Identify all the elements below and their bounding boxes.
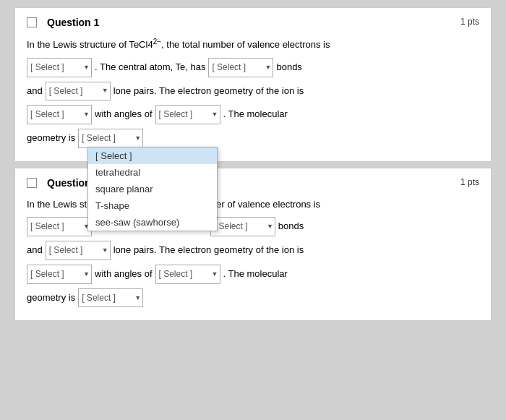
select-lone-pairs-q2[interactable]: [ Select ] ▼ — [46, 241, 111, 260]
select-angles-q2[interactable]: [ Select ] ▼ — [155, 265, 220, 284]
question-1-card: Question 1 1 pts In the Lewis structure … — [14, 7, 492, 162]
question-1-row2: and [ Select ] ▼ lone pairs. The electro… — [27, 82, 479, 101]
question-1-row1: [ Select ] ▼ . The central atom, Te, has… — [27, 58, 479, 77]
question-1-text: In the Lewis structure of TeCl42−, the t… — [27, 35, 479, 53]
dropdown-item-t-shape[interactable]: T-shape — [88, 197, 217, 214]
select-angles-q1[interactable]: [ Select ] ▼ — [155, 105, 220, 124]
select-geometry-q1[interactable]: [ Select ] ▼ — [78, 129, 143, 148]
question-2-title: Question — [47, 177, 91, 189]
dropdown-item-see-saw[interactable]: see-saw (sawhorse) — [88, 214, 217, 231]
select-eg-q1[interactable]: [ Select ] ▼ — [27, 105, 92, 124]
select-geometry-q2[interactable]: [ Select ] ▼ — [78, 288, 143, 308]
question-1-row4: geometry is [ Select ] ▼ — [27, 129, 479, 148]
question-1-header: Question 1 1 pts — [27, 17, 479, 28]
dropdown-item-tetrahedral[interactable]: tetrahedral — [88, 164, 217, 181]
question-2-pts: 1 pts — [460, 177, 479, 187]
select-eg-q2[interactable]: [ Select ] ▼ — [27, 265, 92, 284]
question-1-pts: 1 pts — [460, 17, 479, 27]
select-bonds-q1[interactable]: [ Select ] ▼ — [208, 58, 273, 77]
question-1-title: Question 1 — [47, 17, 99, 28]
question-2-row2: and [ Select ] ▼ lone pairs. The electro… — [27, 241, 479, 260]
geometry-dropdown-q1: [ Select ] tetrahedral square planar T-s… — [87, 147, 218, 231]
question-2-checkbox[interactable] — [27, 178, 37, 188]
select-lone-pairs-q1[interactable]: [ Select ] ▼ — [46, 82, 111, 101]
question-2-card: Question 1 pts In the Lewis structure of… — [14, 168, 492, 322]
select-bonds-q2[interactable]: [ Select ] ▼ — [210, 217, 275, 236]
question-1-row3: [ Select ] ▼ with angles of [ Select ] ▼… — [27, 105, 479, 124]
select-total-ve-q2[interactable]: [ Select ] ▼ — [27, 217, 92, 236]
question-2-row3: [ Select ] ▼ with angles of [ Select ] ▼… — [27, 265, 479, 284]
select-total-ve-q1[interactable]: [ Select ] ▼ — [27, 58, 92, 77]
dropdown-item-select[interactable]: [ Select ] — [88, 147, 217, 164]
dropdown-item-square-planar[interactable]: square planar — [88, 181, 217, 197]
question-1-body: In the Lewis structure of TeCl42−, the t… — [27, 35, 479, 148]
question-2-row4: geometry is [ Select ] ▼ — [27, 288, 479, 308]
question-1-checkbox[interactable] — [27, 17, 37, 27]
